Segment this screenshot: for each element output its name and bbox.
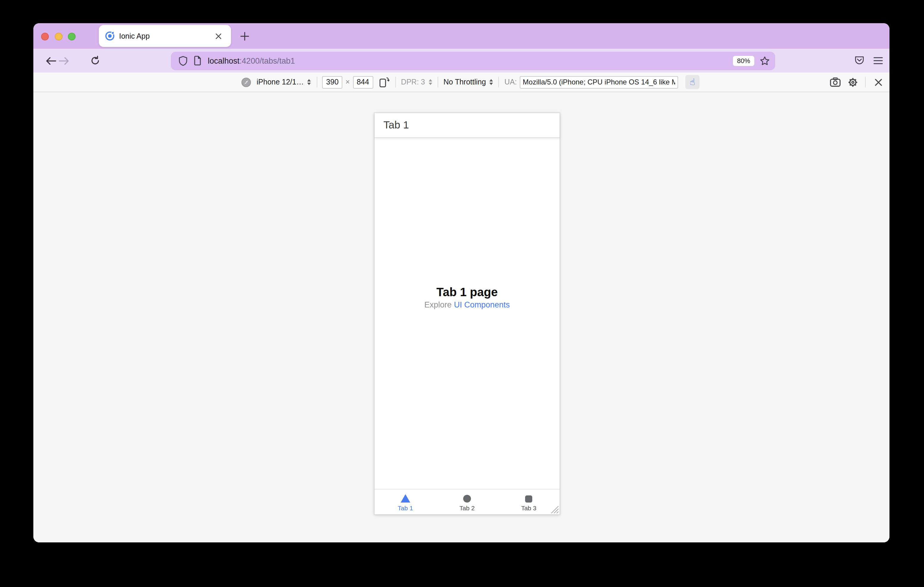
close-rdm-button[interactable]	[871, 75, 885, 89]
tab-title: Ionic App	[119, 32, 213, 40]
back-button[interactable]	[45, 55, 56, 67]
browser-tab-strip: Ionic App	[33, 23, 889, 49]
circle-icon	[463, 495, 471, 503]
url-bar[interactable]: localhost:4200/tabs/tab1 80%	[171, 51, 775, 70]
desktop-background: Ionic App	[0, 0, 924, 587]
page-info-icon[interactable]	[193, 56, 201, 66]
window-controls	[41, 33, 76, 40]
forward-arrow-icon	[58, 56, 69, 65]
tab-button-1[interactable]: Tab 1	[375, 490, 436, 515]
reload-button[interactable]	[89, 55, 101, 67]
rdm-settings-button[interactable]	[845, 75, 860, 89]
viewport-height-input[interactable]	[353, 76, 373, 88]
url-path: :4200/tabs/tab1	[239, 56, 295, 65]
touch-pointer-icon: ☝	[690, 77, 695, 87]
browser-navbar: localhost:4200/tabs/tab1 80%	[33, 49, 889, 72]
tracking-shield-icon[interactable]	[178, 56, 188, 66]
browser-tab-ionic-app[interactable]: Ionic App	[99, 25, 231, 47]
gear-icon	[848, 77, 858, 87]
rdm-toolbar: iPhone 12/1… × DPR: 3 No Throttling UA: …	[33, 72, 889, 92]
back-arrow-icon	[45, 56, 56, 65]
browser-window: Ionic App	[33, 23, 889, 543]
tab-close-button[interactable]	[213, 30, 224, 42]
throttling-selector[interactable]: No Throttling	[444, 78, 486, 86]
url-text: localhost:4200/tabs/tab1	[208, 56, 733, 65]
close-window-button[interactable]	[41, 33, 49, 40]
dpr-stepper-icon[interactable]	[429, 79, 432, 86]
pocket-save-icon[interactable]	[854, 55, 865, 66]
tab-label: Tab 2	[459, 504, 475, 511]
screenshot-button[interactable]	[828, 75, 842, 89]
viewport-width-input[interactable]	[322, 76, 342, 88]
app-header-title: Tab 1	[375, 113, 559, 137]
close-icon	[874, 78, 882, 86]
separator	[498, 77, 499, 87]
reload-icon	[90, 55, 101, 66]
camera-icon	[830, 77, 841, 87]
plus-icon	[240, 31, 249, 41]
tab-button-2[interactable]: Tab 2	[436, 490, 498, 515]
page-subtitle: ExploreUI Components	[375, 300, 559, 309]
device-viewport: Tab 1 Tab 1 page ExploreUI Components Ta…	[375, 113, 559, 515]
zoom-window-button[interactable]	[68, 33, 76, 40]
app-tab-bar: Tab 1 Tab 2 Tab 3	[375, 489, 559, 515]
rotate-viewport-button[interactable]	[379, 77, 389, 87]
user-agent-label: UA:	[504, 78, 517, 86]
app-header: Tab 1	[375, 113, 559, 138]
minimize-window-button[interactable]	[54, 33, 62, 40]
page-zoom-badge[interactable]: 80%	[733, 56, 754, 66]
device-selector-stepper-icon[interactable]	[307, 79, 311, 86]
url-host: localhost	[208, 56, 239, 65]
triangle-icon	[401, 494, 410, 503]
user-agent-input[interactable]	[520, 76, 678, 88]
dimensions-times-label: ×	[345, 78, 350, 86]
explore-text: Explore	[424, 300, 452, 309]
rdm-content-area: Tab 1 Tab 1 page ExploreUI Components Ta…	[33, 92, 889, 543]
rotate-device-icon	[379, 77, 389, 87]
tab-label: Tab 3	[521, 504, 536, 511]
separator	[395, 77, 396, 87]
touch-simulation-button[interactable]: ☝	[685, 75, 700, 89]
device-selector[interactable]: iPhone 12/1…	[257, 78, 304, 86]
separator	[437, 77, 438, 87]
throttling-stepper-icon[interactable]	[489, 79, 493, 86]
forward-button[interactable]	[58, 55, 70, 67]
ionic-favicon-icon	[105, 31, 115, 41]
viewport-resize-handle[interactable]	[550, 505, 559, 514]
dpr-selector[interactable]: DPR: 3	[401, 78, 425, 86]
separator	[865, 77, 866, 87]
menu-hamburger-icon[interactable]	[873, 56, 883, 65]
tab-label: Tab 1	[398, 504, 413, 511]
separator	[317, 77, 317, 87]
square-icon	[525, 495, 532, 503]
bookmark-star-icon[interactable]	[760, 56, 770, 66]
ui-components-link[interactable]: UI Components	[454, 300, 510, 309]
new-tab-button[interactable]	[239, 31, 250, 42]
safari-browser-icon	[241, 77, 251, 87]
page-title: Tab 1 page	[375, 286, 559, 299]
close-icon	[216, 33, 221, 39]
